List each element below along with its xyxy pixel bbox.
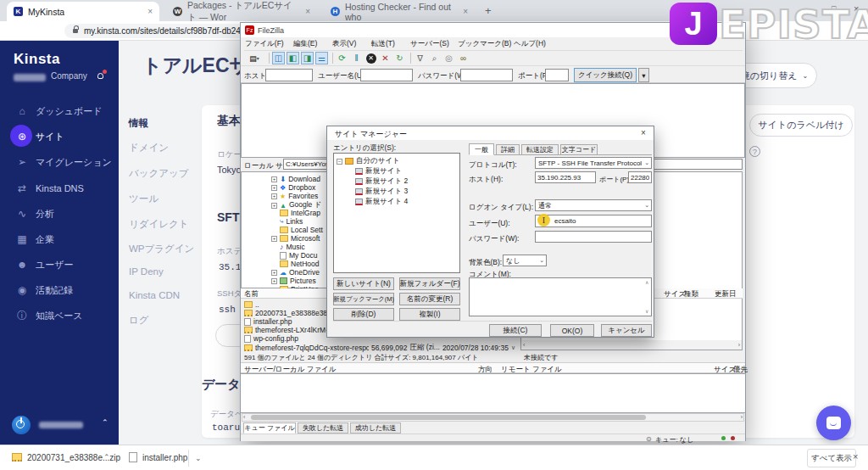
sidebar-item-analytics[interactable]: ∿ 分析: [0, 203, 119, 225]
site-tree-item[interactable]: 新規サイト: [355, 166, 402, 176]
scrollbar-thumb[interactable]: [251, 415, 646, 420]
sidebar-item-kinsta-dns[interactable]: ⇄ Kinsta DNS: [0, 177, 119, 199]
site-labels-button[interactable]: サイトのラベル付け: [749, 114, 853, 137]
subnav-domain[interactable]: ドメイン: [129, 142, 169, 154]
file-row[interactable]: installer.php: [244, 317, 292, 326]
sidebar-item-knowledge-base[interactable]: ⓘ 知識ベース: [0, 305, 119, 327]
comment-textarea[interactable]: [469, 277, 652, 316]
sm-password-input[interactable]: [535, 231, 652, 243]
sidebar-item-activity-log[interactable]: ◉ 活動記録: [0, 279, 119, 301]
window-minimize-button[interactable]: –: [809, 4, 814, 14]
quickconnect-port-input[interactable]: [545, 69, 569, 81]
quickconnect-button[interactable]: クイック接続(Q): [574, 68, 637, 82]
menu-file[interactable]: ファイル(F): [245, 39, 284, 49]
chat-widget-button[interactable]: [816, 406, 851, 440]
queue-tab-successful[interactable]: 成功した転送: [350, 422, 401, 434]
menu-help[interactable]: ヘルプ(H): [514, 39, 546, 49]
menu-bookmarks[interactable]: ブックマーク(B): [458, 39, 511, 49]
file-row[interactable]: wp-config.php: [244, 334, 298, 343]
connect-button[interactable]: 接続(C): [489, 324, 542, 337]
find-files-icon[interactable]: ∞: [457, 52, 470, 64]
queue-tab-files[interactable]: キュー ファイル: [243, 422, 296, 434]
sidebar-item-migration[interactable]: ➢ マイグレーション: [0, 151, 119, 173]
expand-icon[interactable]: +: [271, 193, 277, 199]
menu-edit[interactable]: 編集(E): [293, 39, 317, 49]
tree-item[interactable]: +★Favorites: [271, 192, 318, 200]
user-avatar-power-icon[interactable]: [12, 416, 31, 434]
close-icon[interactable]: ×: [641, 128, 646, 137]
logon-type-select[interactable]: 通常⌄: [535, 199, 652, 211]
close-downloads-icon[interactable]: ×: [853, 451, 858, 462]
tab-packages[interactable]: W Packages - トアルECサイト — Wor ×: [166, 2, 317, 21]
subnav-ip-deny[interactable]: IP Deny: [129, 266, 164, 277]
subnav-tools[interactable]: ツール: [129, 193, 159, 205]
site-manager-titlebar[interactable]: サイト マネージャー ×: [327, 126, 654, 140]
tree-item[interactable]: ⤷Links: [280, 217, 303, 226]
filter-icon[interactable]: ∇: [414, 52, 426, 64]
subnav-wp-plugins[interactable]: WPプラグイン: [129, 243, 194, 255]
site-tree-item[interactable]: 新規サイト 4: [355, 197, 408, 207]
refresh-icon[interactable]: ⟳: [336, 52, 348, 64]
site-manager-icon[interactable]: ▤▾: [244, 52, 264, 64]
quickconnect-user-input[interactable]: [360, 69, 413, 81]
quickconnect-host-input[interactable]: [265, 69, 313, 81]
sm-host-input[interactable]: [535, 171, 596, 183]
menu-server[interactable]: サーバー(S): [410, 39, 449, 49]
quickconnect-password-input[interactable]: [460, 69, 513, 81]
scroll-up-icon[interactable]: ∧: [645, 279, 648, 285]
sm-user-input[interactable]: [535, 215, 652, 227]
window-close-button[interactable]: ×: [854, 3, 859, 14]
ok-button[interactable]: OK(O): [550, 324, 594, 337]
window-maximize-button[interactable]: □: [832, 4, 836, 13]
delete-button[interactable]: 削除(D): [333, 308, 394, 321]
tab-close-icon[interactable]: ×: [305, 7, 310, 16]
toggle-queue-icon[interactable]: ⚌: [315, 52, 328, 64]
protocol-select[interactable]: SFTP - SSH File Transfer Protocol⌄: [535, 157, 652, 169]
expand-icon[interactable]: +: [271, 203, 277, 209]
tree-item[interactable]: NetHood: [280, 260, 320, 268]
expand-icon[interactable]: +: [271, 270, 277, 276]
new-bookmark-button[interactable]: 新規ブックマーク(M): [333, 293, 394, 305]
hscrollbar[interactable]: ‹ ›: [242, 413, 744, 422]
expand-icon[interactable]: +: [271, 278, 277, 284]
tab-close-icon[interactable]: ×: [463, 7, 468, 16]
tree-item[interactable]: IntelGrap: [280, 209, 320, 217]
scroll-down-icon[interactable]: ∨: [645, 308, 648, 314]
process-queue-icon[interactable]: ‖: [350, 52, 363, 64]
toggle-local-tree-icon[interactable]: ◧: [287, 52, 299, 64]
subnav-log[interactable]: ログ: [129, 314, 149, 327]
help-icon[interactable]: ?: [749, 146, 760, 157]
sync-browsing-icon[interactable]: ◎: [442, 52, 455, 64]
toggle-log-icon[interactable]: ◫: [272, 52, 285, 64]
tab-hosting-checker[interactable]: H Hosting Checker - Find out who ×: [324, 2, 475, 21]
subnav-redirect[interactable]: リダイレクト: [129, 218, 189, 231]
cancel-icon[interactable]: ✕: [364, 52, 377, 64]
chevron-down-icon[interactable]: ⌄: [195, 454, 202, 462]
tab-mykinsta[interactable]: K MyKinsta ×: [7, 2, 159, 21]
show-all-downloads-button[interactable]: すべて表示: [807, 449, 856, 467]
collapse-icon[interactable]: −: [337, 159, 342, 165]
rename-button[interactable]: 名前の変更(R): [399, 293, 460, 305]
subnav-info[interactable]: 情報: [129, 117, 148, 130]
tree-item[interactable]: +⬇Download: [271, 175, 320, 183]
tree-item[interactable]: +Microsoft: [271, 234, 320, 243]
site-tree-item[interactable]: 新規サイト 2: [355, 176, 408, 187]
tree-item[interactable]: +Pictures: [271, 277, 316, 285]
file-row[interactable]: ..: [244, 300, 259, 309]
tree-root-item[interactable]: − 自分のサイト: [337, 156, 400, 166]
duplicate-button[interactable]: 複製(I): [399, 308, 460, 321]
remote-hscrollbar[interactable]: ‹ ›: [521, 340, 742, 350]
cancel-button[interactable]: キャンセル: [601, 324, 652, 337]
directory-compare-icon[interactable]: ⌕: [428, 52, 441, 64]
expand-icon[interactable]: +: [271, 236, 277, 242]
bg-color-select[interactable]: なし⌄: [503, 255, 547, 266]
scroll-down-icon[interactable]: ∨: [511, 344, 515, 351]
tree-item[interactable]: +❖Dropbox: [271, 183, 315, 192]
chevron-up-icon[interactable]: ⌃: [103, 453, 110, 462]
reconnect-icon[interactable]: ↻: [393, 52, 406, 64]
quickconnect-dropdown-icon[interactable]: ▾: [638, 68, 649, 82]
file-row[interactable]: themeforest-7qlqDdCq-xstore-responsive-w…: [244, 343, 515, 353]
expand-icon[interactable]: +: [271, 176, 277, 182]
tree-item[interactable]: +☁OneDrive: [271, 268, 320, 277]
sm-port-input[interactable]: [628, 171, 652, 183]
